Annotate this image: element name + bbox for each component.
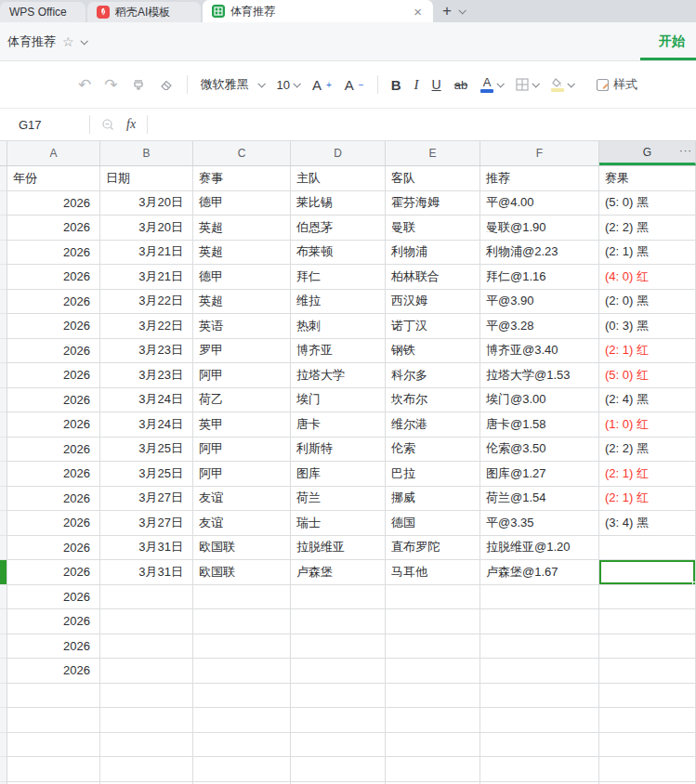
- cell-A16[interactable]: 2026: [7, 536, 100, 561]
- more-columns-indicator[interactable]: ···: [679, 145, 692, 156]
- cell-E2[interactable]: 霍芬海姆: [386, 191, 480, 216]
- cell-E23[interactable]: [386, 708, 480, 733]
- cell-C12[interactable]: 阿甲: [193, 438, 291, 463]
- cell-C14[interactable]: 友谊: [193, 487, 291, 512]
- cell-A21[interactable]: 2026: [7, 659, 100, 684]
- cell-D9[interactable]: 拉塔大学: [291, 363, 386, 388]
- new-tab-button[interactable]: +: [433, 2, 457, 22]
- cell-C22[interactable]: [193, 684, 291, 709]
- cell-B8[interactable]: 3月23日: [100, 339, 193, 364]
- cell-D3[interactable]: 伯恩茅: [291, 216, 386, 241]
- cell-A5[interactable]: 2026: [7, 265, 100, 290]
- cell-C16[interactable]: 欧国联: [193, 536, 291, 561]
- cell-G16[interactable]: [599, 536, 696, 561]
- cell-F3[interactable]: 曼联@1.90: [480, 216, 599, 241]
- fill-color-button[interactable]: [551, 78, 573, 92]
- cell-F11[interactable]: 唐卡@1.58: [480, 412, 599, 438]
- cell-D11[interactable]: 唐卡: [291, 412, 386, 438]
- cell-G20[interactable]: [599, 634, 696, 660]
- cell-D4[interactable]: 布莱顿: [291, 241, 386, 266]
- cell-C13[interactable]: 阿甲: [193, 462, 291, 487]
- cell-A15[interactable]: 2026: [7, 511, 100, 536]
- cell-G9[interactable]: (5: 0) 红: [599, 363, 696, 388]
- cell-F9[interactable]: 拉塔大学@1.53: [480, 363, 599, 388]
- cell-C23[interactable]: [193, 708, 291, 733]
- cell-E15[interactable]: 德国: [386, 511, 480, 536]
- cell-A8[interactable]: 2026: [7, 339, 100, 364]
- cell-A9[interactable]: 2026: [7, 363, 100, 388]
- cell-E5[interactable]: 柏林联合: [386, 265, 480, 290]
- cell-C24[interactable]: [193, 733, 291, 758]
- increase-font-button[interactable]: A+: [312, 78, 332, 92]
- column-header-g[interactable]: G ···: [599, 141, 696, 165]
- row-header[interactable]: [0, 536, 7, 561]
- column-header-d[interactable]: D: [291, 141, 386, 165]
- cell-F18[interactable]: [480, 585, 599, 610]
- cell-F8[interactable]: 博齐亚@3.40: [480, 339, 599, 364]
- insert-function-button[interactable]: fx: [115, 117, 147, 132]
- cell-E22[interactable]: [386, 684, 480, 709]
- cell-G12[interactable]: (2: 2) 黑: [599, 438, 696, 463]
- cell-G25[interactable]: [599, 757, 696, 782]
- cell-B1[interactable]: 日期: [100, 166, 193, 191]
- cell-D22[interactable]: [291, 684, 386, 709]
- cell-B9[interactable]: 3月23日: [100, 363, 193, 388]
- cell-F23[interactable]: [480, 708, 599, 733]
- font-family-select[interactable]: 微软雅黑: [201, 76, 264, 93]
- cell-G13[interactable]: (2: 1) 红: [599, 462, 696, 487]
- cell-E24[interactable]: [386, 733, 480, 758]
- cell-E17[interactable]: 马耳他: [386, 560, 480, 585]
- row-header[interactable]: [0, 609, 7, 634]
- cell-A17[interactable]: 2026: [7, 560, 100, 585]
- strikethrough-button[interactable]: ab: [454, 78, 467, 92]
- cell-F13[interactable]: 图库@1.27: [480, 462, 599, 487]
- cell-G14[interactable]: (2: 1) 红: [599, 487, 696, 512]
- cell-A4[interactable]: 2026: [7, 241, 100, 266]
- cell-C8[interactable]: 罗甲: [193, 339, 291, 364]
- column-header-a[interactable]: A: [7, 141, 100, 165]
- cell-F24[interactable]: [480, 733, 599, 758]
- cell-F4[interactable]: 利物浦@2.23: [480, 241, 599, 266]
- cell-B21[interactable]: [100, 659, 193, 684]
- italic-button[interactable]: I: [414, 77, 419, 93]
- cell-B20[interactable]: [100, 634, 193, 660]
- row-header[interactable]: [0, 659, 7, 684]
- cell-D21[interactable]: [291, 659, 386, 684]
- cell-G19[interactable]: [599, 609, 696, 634]
- close-tab-icon[interactable]: ×: [412, 5, 424, 19]
- cell-C25[interactable]: [193, 757, 291, 782]
- row-header[interactable]: [0, 290, 7, 315]
- bold-button[interactable]: B: [391, 77, 401, 93]
- cell-E7[interactable]: 诺丁汉: [386, 314, 480, 339]
- cell-C17[interactable]: 欧国联: [193, 560, 291, 585]
- cell-A12[interactable]: 2026: [7, 438, 100, 463]
- cell-G10[interactable]: (2: 4) 黑: [599, 388, 696, 413]
- cell-B18[interactable]: [100, 585, 193, 610]
- cell-B23[interactable]: [100, 708, 193, 733]
- row-header[interactable]: [0, 216, 7, 241]
- cell-C18[interactable]: [193, 585, 291, 610]
- title-chevron-icon[interactable]: [80, 37, 87, 45]
- cell-D10[interactable]: 埃门: [291, 388, 386, 413]
- row-header[interactable]: [0, 388, 7, 413]
- cell-C5[interactable]: 德甲: [193, 265, 291, 290]
- cell-E19[interactable]: [386, 609, 480, 634]
- cell-B16[interactable]: 3月31日: [100, 536, 193, 561]
- cell-E9[interactable]: 科尔多: [386, 363, 480, 388]
- borders-button[interactable]: [516, 78, 538, 91]
- cell-E20[interactable]: [386, 634, 480, 660]
- underline-button[interactable]: U: [432, 77, 441, 92]
- cell-A2[interactable]: 2026: [7, 191, 100, 216]
- cell-F5[interactable]: 拜仁@1.16: [480, 265, 599, 290]
- cell-G3[interactable]: (2: 2) 黑: [599, 216, 696, 241]
- cell-A14[interactable]: 2026: [7, 487, 100, 512]
- cell-A19[interactable]: 2026: [7, 609, 100, 634]
- cell-F14[interactable]: 荷兰@1.54: [480, 487, 599, 512]
- cell-C7[interactable]: 英语: [193, 314, 291, 339]
- tab-wps-office[interactable]: WPS Office: [0, 2, 85, 22]
- select-all-corner[interactable]: [0, 141, 7, 165]
- cell-D15[interactable]: 瑞士: [291, 511, 386, 536]
- column-header-e[interactable]: E: [386, 141, 480, 165]
- column-header-b[interactable]: B: [100, 141, 193, 165]
- cell-C1[interactable]: 赛事: [193, 166, 291, 191]
